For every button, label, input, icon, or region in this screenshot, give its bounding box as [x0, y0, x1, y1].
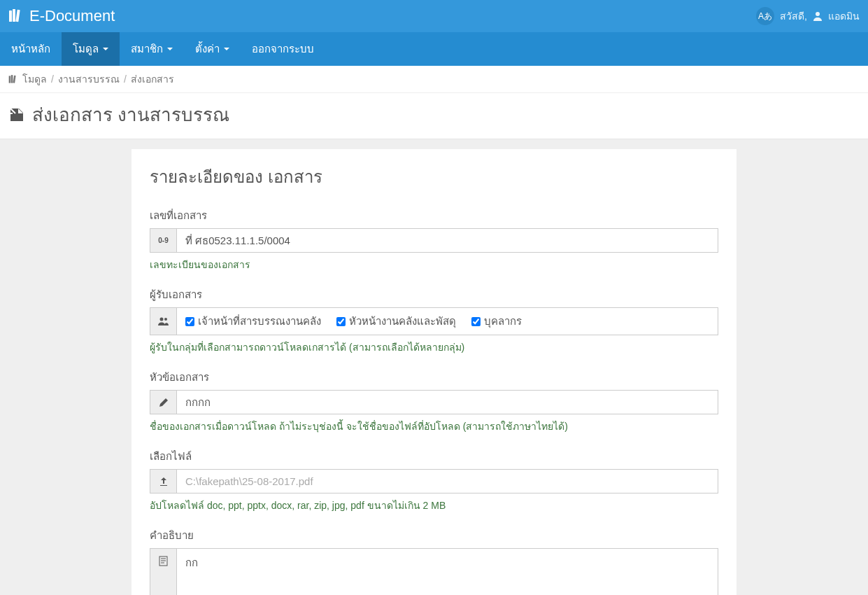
users-icon [150, 307, 176, 335]
breadcrumb-item[interactable]: โมดูล [22, 71, 47, 87]
receiver-opt2[interactable]: หัวหน้างานคลังและพัสดุ [336, 313, 456, 330]
svg-rect-5 [11, 75, 13, 83]
chevron-down-icon [167, 48, 173, 50]
breadcrumb-item: ส่งเอกสาร [131, 71, 174, 87]
brand-text: E-Document [29, 7, 115, 25]
pencil-icon [150, 390, 176, 414]
svg-rect-0 [9, 10, 12, 22]
page-title-text: ส่งเอกสาร งานสารบรรณ [32, 100, 229, 129]
receiver-label: ผู้รับเอกสาร [150, 286, 718, 303]
page-title: ส่งเอกสาร งานสารบรรณ [0, 93, 868, 139]
username[interactable]: แอดมิน [828, 8, 860, 24]
breadcrumb: โมดูล / งานสารบรรณ / ส่งเอกสาร [0, 66, 868, 93]
breadcrumb-separator: / [124, 74, 127, 85]
nav-member[interactable]: สมาชิก [120, 32, 184, 66]
description-label: คำอธิบาย [150, 527, 718, 544]
receiver-checkboxes: เจ้าหน้าที่สารบรรณงานคลัง หัวหน้างานคลัง… [176, 307, 718, 335]
svg-rect-6 [13, 75, 16, 83]
subject-help: ชื่อของเอกสารเมื่อดาวน์โหลด ถ้าไม่ระบุช่… [150, 419, 718, 434]
main-nav: หน้าหลัก โมดูล สมาชิก ตั้งค่า ออกจากระบบ [0, 32, 868, 66]
upload-icon [150, 469, 176, 493]
subject-label: หัวข้อเอกสาร [150, 369, 718, 386]
field-doc-no: เลขที่เอกสาร 0-9 เลขทะเบียนของเอกสาร [150, 207, 718, 272]
receiver-opt1[interactable]: เจ้าหน้าที่สารบรรณงานคลัง [185, 313, 321, 330]
file-input[interactable] [176, 469, 718, 493]
subject-input[interactable] [176, 390, 718, 414]
field-file: เลือกไฟล์ อัปโหลดไฟล์ doc, ppt, pptx, do… [150, 448, 718, 513]
nav-settings[interactable]: ตั้งค่า [184, 32, 241, 66]
document-send-icon [8, 106, 25, 123]
doc-no-input[interactable] [176, 228, 718, 253]
doc-no-help: เลขทะเบียนของเอกสาร [150, 257, 718, 272]
top-header: E-Document Aあ สวัสดี, แอดมิน [0, 0, 868, 32]
form-panel: รายละเอียดของ เอกสาร เลขที่เอกสาร 0-9 เล… [131, 149, 737, 595]
svg-point-8 [164, 318, 167, 321]
svg-rect-4 [9, 76, 11, 83]
language-switch[interactable]: Aあ [756, 7, 774, 25]
file-help: อัปโหลดไฟล์ doc, ppt, pptx, docx, rar, z… [150, 498, 718, 513]
receiver-opt3[interactable]: บุคลากร [471, 313, 522, 330]
breadcrumb-item[interactable]: งานสารบรรณ [58, 71, 120, 87]
svg-rect-2 [15, 10, 20, 22]
nav-home[interactable]: หน้าหลัก [0, 32, 62, 66]
receiver-help: ผู้รับในกลุ่มที่เลือกสามารถดาวน์โหลดเกสา… [150, 340, 718, 355]
file-text-icon [150, 548, 176, 595]
user-icon [813, 11, 823, 21]
svg-point-7 [159, 318, 163, 321]
nav-logout[interactable]: ออกจากระบบ [241, 32, 325, 66]
svg-rect-1 [13, 9, 15, 22]
greeting-text: สวัสดี, [780, 8, 807, 24]
brand[interactable]: E-Document [8, 7, 115, 25]
field-description: คำอธิบาย คำอธิบายหรือหมายเหตุเพิ่มเติม [150, 527, 718, 595]
description-textarea[interactable] [176, 548, 718, 595]
chevron-down-icon [103, 48, 108, 50]
breadcrumb-separator: / [51, 74, 54, 85]
books-icon [8, 75, 18, 84]
chevron-down-icon [224, 48, 229, 50]
number-icon: 0-9 [150, 228, 176, 253]
panel-title: รายละเอียดของ เอกสาร [150, 163, 718, 190]
doc-no-label: เลขที่เอกสาร [150, 207, 718, 224]
nav-module[interactable]: โมดูล [62, 32, 120, 66]
file-label: เลือกไฟล์ [150, 448, 718, 465]
user-area: Aあ สวัสดี, แอดมิน [756, 7, 860, 25]
books-icon [8, 9, 24, 23]
content-area: รายละเอียดของ เอกสาร เลขที่เอกสาร 0-9 เล… [0, 139, 868, 595]
field-receiver: ผู้รับเอกสาร เจ้าหน้าที่สารบรรณงานคลัง ห… [150, 286, 718, 355]
svg-point-3 [816, 12, 820, 16]
field-subject: หัวข้อเอกสาร ชื่อของเอกสารเมื่อดาวน์โหลด… [150, 369, 718, 434]
